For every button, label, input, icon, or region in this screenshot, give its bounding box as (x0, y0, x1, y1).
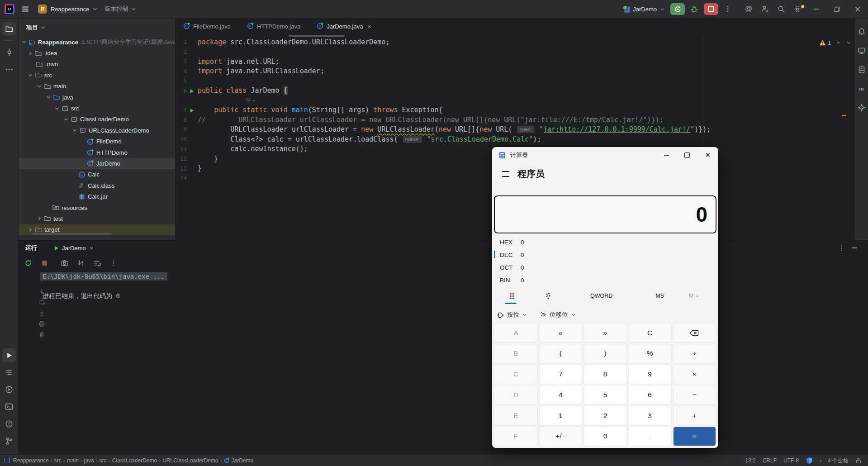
settings-gear-icon[interactable] (789, 3, 806, 15)
code-line-5[interactable]: 5 (175, 76, 868, 86)
tree-item-main[interactable]: main (19, 81, 175, 92)
maven-icon[interactable]: m (855, 82, 868, 95)
calc-key-0[interactable]: 0 (583, 427, 626, 446)
code-line-8[interactable]: 8// URLClassLoader urlClassLoader = new … (175, 115, 868, 125)
calc-key-B[interactable]: B (494, 344, 537, 363)
bit-toggle-keypad[interactable] (536, 292, 561, 300)
more-tools-icon[interactable] (2, 62, 16, 76)
console-output[interactable]: E:\JDK\jdk-8u65\bin\java.exe ... 进程已结束，退… (19, 271, 868, 455)
stop-button[interactable] (704, 3, 718, 15)
todo-tool-icon[interactable] (2, 366, 16, 379)
calc-key-6[interactable]: 6 (628, 385, 671, 404)
tree-item-jardemo[interactable]: CJarDemo (19, 158, 175, 169)
calc-key-E[interactable]: E (494, 406, 537, 425)
breadcrumb-item[interactable]: src (100, 457, 107, 464)
calc-key-C[interactable]: C (628, 323, 671, 342)
inspection-widget[interactable]: 1 (819, 39, 852, 46)
code-line-3[interactable]: 3import java.net.URL; (175, 57, 868, 67)
tree-item-resources[interactable]: resources (19, 202, 175, 213)
file-encoding[interactable]: UTF-8 (783, 457, 799, 464)
project-panel-header[interactable]: 项目 (19, 19, 175, 37)
breadcrumb-item[interactable]: CJarDemo (224, 457, 254, 464)
debug-button[interactable] (686, 3, 702, 15)
calc-key-F[interactable]: F (494, 427, 537, 446)
clear-console-icon[interactable] (38, 331, 45, 338)
chevron-down-icon[interactable] (53, 105, 61, 112)
tree-hscrollbar[interactable] (32, 233, 112, 235)
terminal-tool-icon[interactable] (2, 400, 16, 414)
project-selector[interactable]: R Reappearance (36, 3, 100, 15)
calc-key-−[interactable]: − (673, 385, 716, 404)
run-tool-icon[interactable] (2, 348, 16, 362)
panel-options-icon[interactable] (838, 245, 845, 252)
calc-key-backspace[interactable] (673, 323, 716, 342)
tree-item-reappearance[interactable]: Reappearance E:\CTF\网络安全学习笔记\漏洞\Java安全 (19, 37, 175, 48)
breadcrumb-item[interactable]: java (84, 457, 94, 464)
calc-key-C[interactable]: C (494, 365, 537, 384)
tab-filedemo.java[interactable]: CFileDemo.java (175, 19, 239, 34)
add-user-icon[interactable] (757, 3, 773, 15)
calc-key-»[interactable]: » (583, 323, 626, 342)
calc-key-4[interactable]: 4 (539, 385, 582, 404)
tree-item-calc-jar[interactable]: Calc.jar (19, 191, 175, 202)
calculator-title-bar[interactable]: 计算器 ✕ (492, 147, 718, 163)
breadcrumb-item[interactable]: Reappearance (13, 457, 49, 464)
chevron-down-icon[interactable] (26, 71, 34, 79)
code-line-2[interactable]: 2 (175, 47, 868, 57)
more-actions-icon[interactable] (720, 3, 736, 15)
vcs-widget[interactable]: 版本控制 (103, 3, 138, 15)
next-problem-icon[interactable] (846, 40, 852, 46)
chevron-right-icon[interactable] (26, 50, 34, 57)
tree-item-httpdemo[interactable]: CHTTPDemo (19, 147, 175, 158)
calc-key-.[interactable]: . (628, 427, 671, 446)
code-line-1[interactable]: 1package src.ClassLoaderDemo.URLClassLoa… (175, 37, 868, 47)
chevron-down-icon[interactable] (35, 83, 43, 90)
calc-menu-icon[interactable] (502, 171, 509, 176)
code-line-7[interactable]: 7 public static void main(String[] args)… (175, 105, 868, 115)
ai-assistant-icon[interactable] (855, 101, 868, 114)
tree-item-test[interactable]: test (19, 213, 175, 224)
prev-problem-icon[interactable] (835, 40, 841, 46)
search-icon[interactable] (773, 3, 789, 15)
chevron-down-icon[interactable] (44, 94, 52, 101)
commit-tool-icon[interactable] (2, 45, 16, 59)
run-panel-title[interactable]: 运行 (25, 244, 37, 252)
full-keypad-toggle[interactable] (499, 291, 525, 300)
tree-item--idea[interactable]: .idea (19, 48, 175, 58)
calc-key-3[interactable]: 3 (628, 406, 671, 425)
calc-key-+/−[interactable]: +/− (539, 427, 582, 446)
device-icon[interactable] (855, 44, 868, 57)
calc-key-9[interactable]: 9 (628, 365, 671, 384)
calc-key-1[interactable]: 1 (539, 406, 582, 425)
chevron-right-icon[interactable] (35, 215, 43, 222)
memory-menu-button[interactable]: M (689, 293, 700, 299)
notifications-icon[interactable] (855, 25, 868, 38)
database-icon[interactable] (855, 63, 868, 76)
radix-row-dec[interactable]: DEC0 (492, 248, 718, 261)
console-more-icon[interactable] (107, 257, 119, 269)
scroll-to-end-icon[interactable] (38, 309, 45, 316)
run-config-selector[interactable]: JarDemo (619, 3, 669, 15)
calc-close-button[interactable]: ✕ (697, 147, 718, 163)
code-vision-row[interactable] (175, 95, 868, 105)
code-line-9[interactable]: 9 URLClassLoader urlClassLoader = new UR… (175, 125, 868, 135)
close-tab-icon[interactable]: × (90, 245, 94, 252)
run-related-icon[interactable] (245, 97, 256, 103)
restore-layout-icon[interactable] (75, 257, 86, 269)
hide-panel-icon[interactable] (852, 247, 857, 248)
services-tool-icon[interactable] (2, 383, 16, 396)
bitwise-menu[interactable]: 按位 (497, 311, 527, 319)
editor-hscrollbar[interactable] (289, 35, 345, 37)
calc-key-÷[interactable]: ÷ (673, 344, 716, 363)
radix-row-oct[interactable]: OCT0 (492, 261, 718, 274)
calc-key-A[interactable]: A (494, 323, 537, 342)
rerun-button[interactable] (670, 3, 685, 15)
run-tab[interactable]: JarDemo × (53, 245, 93, 252)
memory-store-button[interactable]: MS (655, 293, 664, 299)
tree-item-src[interactable]: src (19, 103, 175, 114)
calc-key-2[interactable]: 2 (583, 406, 626, 425)
caret-position[interactable]: 13:2 (745, 457, 755, 464)
radix-row-bin[interactable]: BIN0 (492, 274, 718, 286)
calc-key-%[interactable]: % (628, 344, 671, 363)
code-line-4[interactable]: 4import java.net.URLClassLoader; (175, 67, 868, 76)
